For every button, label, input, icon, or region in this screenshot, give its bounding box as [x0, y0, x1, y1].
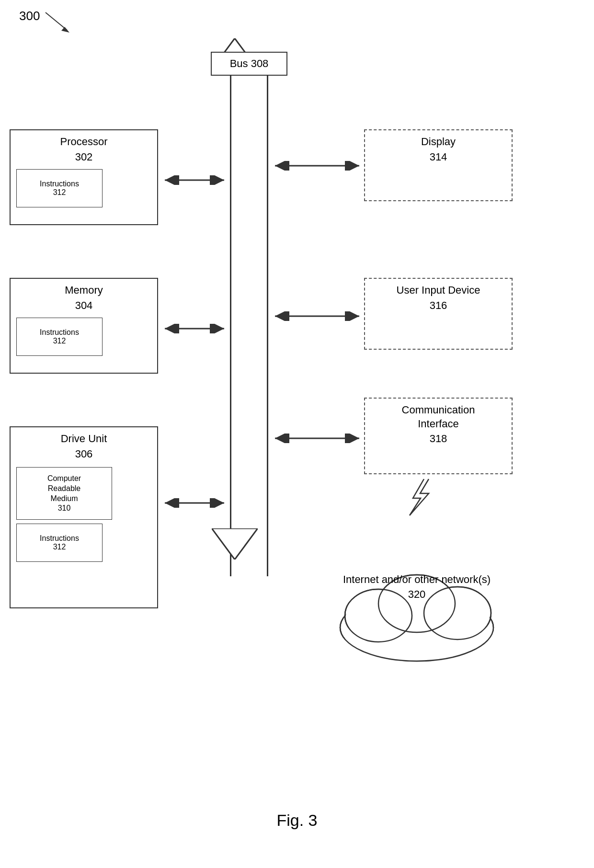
- comm-interface-box: CommunicationInterface 318: [364, 398, 513, 474]
- memory-instructions-box: Instructions 312: [16, 318, 103, 356]
- bus-shaft: [230, 64, 268, 576]
- user-input-title: User Input Device: [365, 279, 512, 299]
- processor-instructions-number: 312: [53, 188, 66, 197]
- user-input-number: 316: [365, 299, 512, 314]
- svg-marker-1: [61, 27, 69, 33]
- cloud-text: Internet and/or other network(s) 320: [333, 572, 501, 602]
- comm-number: 318: [365, 433, 512, 447]
- display-title: Display: [365, 130, 512, 151]
- drive-instructions-label: Instructions: [40, 534, 79, 543]
- user-input-box: User Input Device 316: [364, 278, 513, 350]
- diagram: 300 Bus 308 Processor 302 Instructions 3…: [0, 0, 594, 868]
- computer-readable-box: ComputerReadableMedium 310: [16, 467, 112, 520]
- svg-marker-3: [212, 528, 258, 560]
- cloud-number: 320: [408, 588, 426, 600]
- drive-number: 306: [11, 448, 157, 462]
- memory-number: 304: [11, 299, 157, 314]
- processor-box: Processor 302 Instructions 312: [10, 129, 158, 225]
- processor-instructions-label: Instructions: [40, 180, 79, 188]
- comm-title: CommunicationInterface: [365, 399, 512, 433]
- drive-title: Drive Unit: [11, 427, 157, 448]
- drive-instructions-box: Instructions 312: [16, 524, 103, 562]
- processor-number: 302: [11, 151, 157, 165]
- memory-instructions-label: Instructions: [40, 328, 79, 337]
- processor-instructions-box: Instructions 312: [16, 169, 103, 207]
- processor-title: Processor: [11, 130, 157, 151]
- comm-arrow: [269, 434, 365, 443]
- drive-arrow: [159, 498, 230, 508]
- lightning-bolt: [402, 478, 436, 516]
- computer-readable-label: ComputerReadableMedium: [47, 474, 81, 503]
- memory-instructions-number: 312: [53, 337, 66, 345]
- processor-arrow: [159, 175, 230, 185]
- computer-readable-number: 310: [58, 504, 71, 513]
- memory-box: Memory 304 Instructions 312: [10, 278, 158, 374]
- display-box: Display 314: [364, 129, 513, 201]
- display-number: 314: [365, 151, 512, 165]
- cloud-label: Internet and/or other network(s): [343, 573, 491, 585]
- drive-instructions-number: 312: [53, 543, 66, 551]
- memory-title: Memory: [11, 279, 157, 299]
- svg-line-0: [46, 12, 67, 30]
- user-input-arrow: [269, 311, 365, 321]
- display-arrow: [269, 161, 365, 171]
- drive-box: Drive Unit 306 ComputerReadableMedium 31…: [10, 426, 158, 608]
- figure-caption: Fig. 3: [0, 811, 594, 830]
- bus-box: Bus 308: [211, 52, 287, 76]
- memory-arrow: [159, 324, 230, 333]
- bus-down-arrow: [212, 528, 258, 560]
- bus-label: Bus 308: [230, 57, 269, 70]
- figure-arrow: [19, 9, 77, 37]
